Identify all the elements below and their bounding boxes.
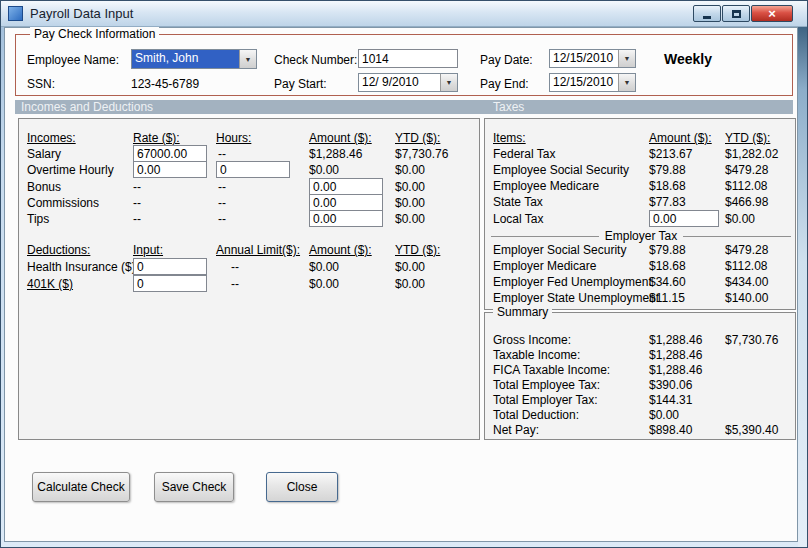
check-number-input[interactable]	[358, 49, 458, 68]
emp-medicare-amount: $18.68	[649, 179, 686, 193]
federal-tax-ytd: $1,282.02	[725, 147, 778, 161]
row-label: Bonus	[27, 180, 61, 194]
pay-end-picker[interactable]: 12/15/2010 ▼	[549, 73, 636, 92]
row-label: Employee Medicare	[493, 179, 599, 193]
health-insurance-ytd-value: $0.00	[395, 260, 425, 274]
employee-name-value[interactable]: Smith, John	[132, 50, 239, 68]
tax-row-er-fed-unemployment: Employer Fed Unemployment $34.60 $434.00	[485, 275, 795, 291]
employer-tax-label: Employer Tax	[599, 229, 683, 243]
health-insurance-amount-value: $0.00	[309, 260, 339, 274]
employee-name-label: Employee Name:	[27, 53, 119, 67]
tax-row-emp-medicare: Employee Medicare $18.68 $112.08	[485, 179, 795, 195]
tax-row-federal: Federal Tax $213.67 $1,282.02	[485, 147, 795, 163]
close-form-button[interactable]: Close	[266, 472, 338, 502]
health-insurance-limit-value: --	[231, 260, 239, 274]
income-row-commissions: Commissions -- -- $0.00	[19, 196, 479, 212]
chevron-down-icon[interactable]: ▼	[618, 74, 635, 91]
commissions-rate-value: --	[133, 196, 141, 210]
summary-row-taxable: Taxable Income: $1,288.46	[485, 348, 795, 364]
taxes-panel: Items: Amount ($): YTD ($): Federal Tax …	[484, 118, 796, 310]
minimize-icon	[703, 16, 711, 19]
pay-end-label: Pay End:	[480, 77, 529, 91]
col-header-input: Input:	[133, 243, 163, 257]
taxes-header-row: Items: Amount ($): YTD ($):	[485, 131, 795, 147]
pay-date-value[interactable]: 12/15/2010	[550, 50, 618, 67]
close-button[interactable]: ×	[751, 5, 793, 22]
summary-row-fica: FICA Taxable Income: $1,288.46	[485, 363, 795, 379]
salary-hours-value: --	[218, 147, 226, 161]
er-fed-unemp-ytd: $434.00	[725, 275, 768, 289]
pay-start-picker[interactable]: 12/ 9/2010 ▼	[358, 73, 458, 92]
bonus-ytd-value: $0.00	[395, 180, 425, 194]
er-ss-amount: $79.88	[649, 243, 686, 257]
col-header-amount: Amount ($):	[309, 131, 372, 145]
row-label: Net Pay:	[493, 423, 539, 437]
er-medicare-amount: $18.68	[649, 259, 686, 273]
chevron-down-icon[interactable]: ▼	[618, 50, 635, 67]
maximize-button[interactable]	[722, 5, 750, 22]
overtime-ytd-value: $0.00	[395, 163, 425, 177]
k401-limit-value: --	[231, 277, 239, 291]
emp-medicare-ytd: $112.08	[725, 179, 768, 193]
row-label: Total Employee Tax:	[493, 378, 600, 392]
chevron-down-icon[interactable]: ▼	[239, 50, 256, 68]
col-header-ytd: YTD ($):	[725, 131, 770, 145]
row-label: Health Insurance ($)	[27, 260, 136, 274]
col-header-incomes: Incomes:	[27, 131, 76, 145]
pay-date-label: Pay Date:	[480, 53, 533, 67]
income-row-tips: Tips -- -- $0.00	[19, 212, 479, 228]
pay-date-picker[interactable]: 12/15/2010 ▼	[549, 49, 636, 68]
tips-ytd-value: $0.00	[395, 212, 425, 226]
salary-ytd-value: $7,730.76	[395, 147, 448, 161]
col-header-deductions: Deductions:	[27, 243, 90, 257]
salary-amount-value: $1,288.46	[309, 147, 362, 161]
employer-tax-divider: Employer Tax	[491, 229, 791, 243]
pay-end-value[interactable]: 12/15/2010	[550, 74, 618, 91]
title-bar[interactable]: Payroll Data Input ×	[1, 1, 807, 27]
commissions-amount-input[interactable]	[309, 194, 383, 211]
total-deduction-amount: $0.00	[649, 408, 679, 422]
tax-row-local: Local Tax $0.00	[485, 212, 795, 228]
minimize-button[interactable]	[693, 5, 721, 22]
pay-start-value[interactable]: 12/ 9/2010	[359, 74, 440, 91]
row-label: Local Tax	[493, 212, 543, 226]
calculate-check-button[interactable]: Calculate Check	[32, 472, 130, 502]
k401-input[interactable]	[133, 275, 207, 292]
section-bar: Incomes and Deductions Taxes	[15, 100, 793, 114]
local-tax-input[interactable]	[649, 210, 719, 227]
bonus-rate-value: --	[133, 180, 141, 194]
er-state-unemp-amount: $11.15	[649, 291, 685, 305]
col-header-ytd: YTD ($):	[395, 243, 440, 257]
fica-amount: $1,288.46	[649, 363, 702, 377]
employee-name-combo[interactable]: Smith, John ▼	[131, 49, 257, 69]
save-check-button[interactable]: Save Check	[154, 472, 234, 502]
deductions-header-row: Deductions: Input: Annual Limit($): Amou…	[19, 243, 479, 259]
overtime-rate-input[interactable]	[133, 161, 207, 178]
window-frame-edge	[798, 27, 807, 547]
chevron-down-icon[interactable]: ▼	[440, 74, 457, 91]
row-label-401k-link[interactable]: 401K ($)	[27, 277, 73, 291]
row-label: Employer Fed Unemployment	[493, 275, 652, 289]
health-insurance-input[interactable]	[133, 258, 207, 275]
col-header-hours: Hours:	[216, 131, 251, 145]
tips-rate-value: --	[133, 212, 141, 226]
overtime-hours-input[interactable]	[216, 161, 290, 178]
row-label: Overtime Hourly	[27, 163, 114, 177]
tips-amount-input[interactable]	[309, 210, 383, 227]
salary-rate-input[interactable]	[133, 145, 207, 162]
summary-group-title: Summary	[493, 305, 552, 319]
row-label: State Tax	[493, 195, 543, 209]
paycheck-info-group: Pay Check Information Employee Name: Smi…	[15, 34, 793, 96]
tax-row-emp-social-security: Employee Social Security $79.88 $479.28	[485, 163, 795, 179]
bonus-amount-input[interactable]	[309, 178, 383, 195]
col-header-items: Items:	[493, 131, 526, 145]
summary-row-net-pay: Net Pay: $898.40 $5,390.40	[485, 423, 795, 439]
ssn-label: SSN:	[27, 77, 55, 91]
summary-row-total-deduction: Total Deduction: $0.00	[485, 408, 795, 424]
form-client-area: Pay Check Information Employee Name: Smi…	[4, 27, 798, 542]
emp-ss-ytd: $479.28	[725, 163, 768, 177]
window-controls: ×	[693, 5, 793, 22]
ssn-value: 123-45-6789	[131, 77, 199, 91]
row-label: Salary	[27, 147, 61, 161]
row-label: Commissions	[27, 196, 99, 210]
